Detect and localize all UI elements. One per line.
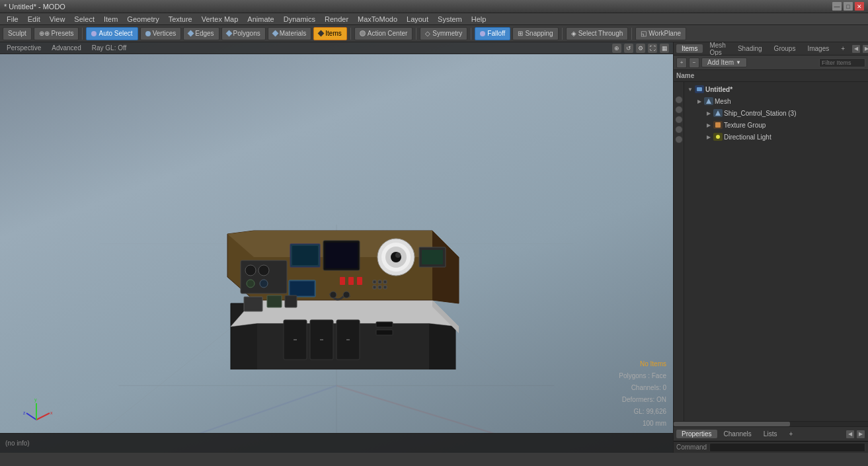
menu-view[interactable]: View xyxy=(46,15,69,24)
menu-layout[interactable]: Layout xyxy=(403,15,432,24)
svg-text:x: x xyxy=(50,410,53,415)
action-center-button[interactable]: Action Center xyxy=(354,27,413,40)
svg-point-22 xyxy=(395,252,401,258)
items-button[interactable]: Items xyxy=(313,27,346,40)
svg-rect-15 xyxy=(292,246,318,265)
menu-file[interactable]: File xyxy=(3,15,22,24)
tab-mesh-ops[interactable]: Mesh Ops xyxy=(704,41,730,57)
viewport-icon-1[interactable]: ⊕ xyxy=(612,44,621,53)
vis-eye-4[interactable] xyxy=(675,126,683,134)
svg-point-40 xyxy=(343,291,350,298)
add-icon-button[interactable]: + xyxy=(676,58,687,68)
main-area: Perspective Advanced Ray GL: Off ⊕ ↺ ⚙ ⛶… xyxy=(0,42,868,453)
expand-arrow-texture-group[interactable]: ▶ xyxy=(705,122,712,128)
svg-text:y: y xyxy=(34,397,37,403)
bottom-expand-right[interactable]: ▶ xyxy=(856,430,865,439)
3d-viewport-area[interactable] xyxy=(0,54,673,433)
visibility-icons-column xyxy=(674,82,684,421)
materials-icon xyxy=(272,30,278,37)
viewport-tab-raygl[interactable]: Ray GL: Off xyxy=(89,44,130,52)
tree-label-directional-light: Directional Light xyxy=(724,134,771,141)
expand-arrow-ship-control[interactable]: ▶ xyxy=(705,110,712,116)
command-input[interactable] xyxy=(709,443,865,452)
menu-bar: File Edit View Select Item Geometry Text… xyxy=(0,13,868,25)
scroll-thumb[interactable] xyxy=(674,422,790,426)
vis-eye-2[interactable] xyxy=(675,106,683,114)
tree-item-texture-group[interactable]: ▶ Texture Group xyxy=(684,119,868,131)
command-label: Command xyxy=(676,444,707,451)
menu-edit[interactable]: Edit xyxy=(24,15,44,24)
menu-animate[interactable]: Animate xyxy=(243,15,278,24)
maximize-button[interactable]: □ xyxy=(844,2,853,11)
svg-line-7 xyxy=(147,385,337,433)
presets-button[interactable]: ⊕ ⊕ Presets xyxy=(34,27,79,40)
symmetry-button[interactable]: ◇ Symmetry xyxy=(420,27,467,40)
menu-texture[interactable]: Texture xyxy=(165,15,196,24)
polygons-button[interactable]: Polygons xyxy=(221,27,266,40)
tree-item-ship-control[interactable]: ▶ Ship_Control_Station (3) xyxy=(684,107,868,119)
panel-expand-left[interactable]: ◀ xyxy=(851,44,861,54)
edges-button[interactable]: Edges xyxy=(183,27,219,40)
viewport-icon-2[interactable]: ↺ xyxy=(624,44,633,53)
deformers-info: Deformers: ON xyxy=(619,394,666,406)
viewport-tab-perspective[interactable]: Perspective xyxy=(4,44,44,52)
bottom-expand-left[interactable]: ◀ xyxy=(846,430,855,439)
menu-geometry[interactable]: Geometry xyxy=(123,15,163,24)
vis-eye-5[interactable] xyxy=(675,136,683,143)
tab-items[interactable]: Items xyxy=(676,44,703,53)
menu-item[interactable]: Item xyxy=(100,15,122,24)
vertices-icon xyxy=(145,31,151,36)
tree-item-directional-light[interactable]: ▶ Directional Light xyxy=(684,131,868,143)
expand-arrow-mesh[interactable]: ▶ xyxy=(696,98,703,104)
viewport-icon-5[interactable]: ▦ xyxy=(660,44,669,53)
select-through-button[interactable]: ◈ Select Through xyxy=(566,27,629,40)
close-button[interactable]: ✕ xyxy=(855,2,864,11)
vis-eye-1[interactable] xyxy=(675,96,683,104)
filter-items-input[interactable] xyxy=(819,58,865,67)
tab-images[interactable]: Images xyxy=(802,44,834,53)
remove-icon-button[interactable]: − xyxy=(689,58,699,68)
menu-help[interactable]: Help xyxy=(467,15,491,24)
tab-shading[interactable]: Shading xyxy=(732,44,768,53)
materials-button[interactable]: Materials xyxy=(268,27,312,40)
viewport-icon-3[interactable]: ⚙ xyxy=(636,44,645,53)
panel-expand-right[interactable]: ▶ xyxy=(862,44,868,54)
tab-groups[interactable]: Groups xyxy=(769,44,801,53)
menu-select[interactable]: Select xyxy=(70,15,99,24)
tab-lists[interactable]: Lists xyxy=(758,430,783,438)
tab-channels[interactable]: Channels xyxy=(719,430,757,438)
workplane-button[interactable]: ◱ WorkPlane xyxy=(635,27,686,40)
vertices-button[interactable]: Vertices xyxy=(140,27,182,40)
menu-vertex-map[interactable]: Vertex Map xyxy=(198,15,243,24)
viewport-tab-advanced[interactable]: Advanced xyxy=(49,44,83,52)
auto-select-button[interactable]: Auto Select xyxy=(86,27,138,40)
expand-arrow-untitled[interactable]: ▼ xyxy=(687,86,693,93)
action-center-icon xyxy=(360,30,366,36)
menu-render[interactable]: Render xyxy=(321,15,352,24)
viewport-bottom-label: (no info) xyxy=(5,440,30,447)
svg-rect-28 xyxy=(373,280,376,284)
svg-rect-48 xyxy=(376,330,393,335)
sculpt-button[interactable]: Sculpt xyxy=(3,27,32,40)
add-item-button[interactable]: Add Item ▼ xyxy=(701,58,747,67)
gl-info: GL: 99,626 xyxy=(619,406,666,418)
tree-item-untitled[interactable]: ▼ Untitled* xyxy=(684,83,868,95)
viewport-icon-4[interactable]: ⛶ xyxy=(648,44,657,53)
snapping-button[interactable]: ⊞ Snapping xyxy=(512,27,558,40)
menu-dynamics[interactable]: Dynamics xyxy=(280,15,319,24)
tab-plus[interactable]: + xyxy=(783,430,798,438)
svg-rect-60 xyxy=(715,122,721,128)
viewport[interactable]: Perspective Advanced Ray GL: Off ⊕ ↺ ⚙ ⛶… xyxy=(0,42,673,453)
falloff-button[interactable]: Falloff xyxy=(475,27,510,40)
viewport-info-overlay: No Items Polygons : Face Channels: 0 Def… xyxy=(619,358,666,430)
minimize-button[interactable]: — xyxy=(832,2,842,11)
tree-item-mesh[interactable]: ▶ Mesh xyxy=(684,95,868,107)
vis-eye-3[interactable] xyxy=(675,116,683,124)
right-scroll-bar[interactable] xyxy=(674,421,868,426)
tab-properties[interactable]: Properties xyxy=(676,430,717,438)
menu-system[interactable]: System xyxy=(434,15,466,24)
menu-maxtomodo[interactable]: MaxToModo xyxy=(354,15,401,24)
expand-arrow-directional-light[interactable]: ▶ xyxy=(705,134,712,140)
toolbar-separator-2 xyxy=(350,28,351,40)
tab-more[interactable]: + xyxy=(836,44,850,53)
